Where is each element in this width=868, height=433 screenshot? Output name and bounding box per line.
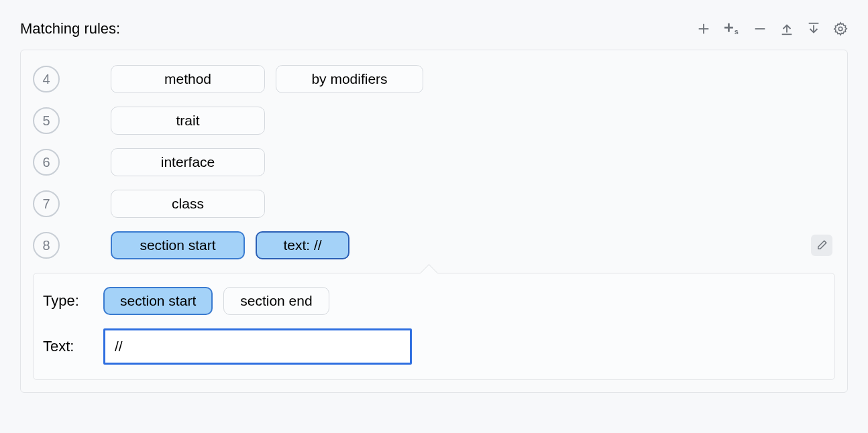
edit-rule-button[interactable] bbox=[811, 235, 832, 256]
rule-number: 6 bbox=[33, 149, 60, 176]
settings-button[interactable] bbox=[833, 21, 848, 36]
rule-tag[interactable]: text: // bbox=[256, 231, 349, 259]
section-title: Matching rules: bbox=[20, 20, 120, 38]
svg-point-10 bbox=[838, 27, 843, 31]
move-up-button[interactable] bbox=[779, 21, 794, 36]
type-option-section-end[interactable]: section end bbox=[223, 287, 329, 315]
add-button[interactable] bbox=[696, 21, 711, 36]
remove-button[interactable] bbox=[753, 21, 767, 36]
type-option-section-start[interactable]: section start bbox=[103, 287, 213, 315]
rule-row[interactable]: 4 method by modifiers bbox=[33, 58, 835, 100]
rule-tag[interactable]: trait bbox=[111, 107, 265, 135]
rule-tag[interactable]: by modifiers bbox=[276, 65, 423, 93]
rule-number: 5 bbox=[33, 107, 60, 134]
rule-tag[interactable]: class bbox=[111, 190, 265, 218]
rule-row[interactable]: 8 section start text: // bbox=[33, 225, 835, 266]
rule-row[interactable]: 7 class bbox=[33, 183, 835, 225]
rule-row[interactable]: 5 trait bbox=[33, 100, 835, 141]
rule-tag[interactable]: interface bbox=[111, 148, 265, 176]
text-input[interactable] bbox=[103, 328, 412, 365]
move-down-button[interactable] bbox=[806, 21, 821, 36]
rule-tag[interactable]: method bbox=[111, 65, 265, 93]
type-label: Type: bbox=[43, 292, 93, 310]
rules-panel: 4 method by modifiers 5 trait 6 interfac… bbox=[20, 50, 848, 393]
rule-number: 7 bbox=[33, 190, 60, 217]
svg-text:s: s bbox=[735, 27, 739, 36]
add-section-button[interactable]: s bbox=[723, 21, 741, 36]
rule-row[interactable]: 6 interface bbox=[33, 141, 835, 183]
rule-tag[interactable]: section start bbox=[111, 231, 245, 259]
rules-toolbar: s bbox=[696, 21, 848, 36]
text-label: Text: bbox=[43, 338, 93, 355]
rule-number: 4 bbox=[33, 66, 60, 92]
rule-detail-panel: Type: section start section end Text: bbox=[33, 273, 835, 380]
rule-number: 8 bbox=[33, 232, 60, 259]
